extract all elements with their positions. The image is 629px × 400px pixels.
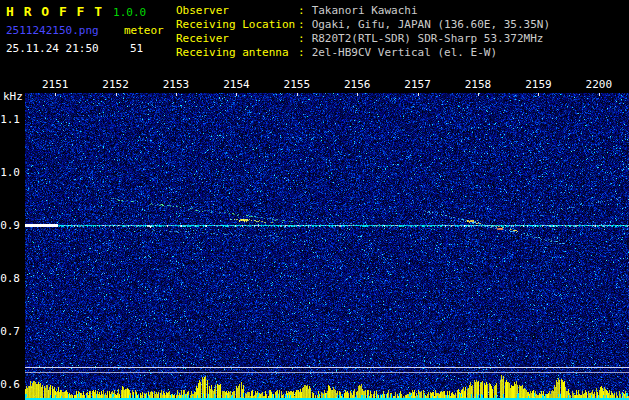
- info-value: Takanori Kawachi: [312, 4, 418, 18]
- echo-counter: 51: [130, 42, 143, 55]
- info-value: R820T2(RTL-SDR) SDR-Sharp 53.372MHz: [312, 32, 544, 46]
- freq-label-1.1: 1.1: [0, 113, 20, 126]
- time-label-2153: 2153: [163, 78, 190, 91]
- info-row-1: Receiving Location:Ogaki, Gifu, JAPAN (1…: [176, 18, 550, 32]
- time-label-2152: 2152: [102, 78, 129, 91]
- hrofft-output: { "header": { "app_name": "H R O F F T",…: [0, 0, 629, 400]
- info-row-2: Receiver:R820T2(RTL-SDR) SDR-Sharp 53.37…: [176, 32, 550, 46]
- info-label: Receiving Location: [176, 18, 298, 32]
- info-colon: :: [298, 18, 305, 32]
- datetime-label: 25.11.24 21:50: [6, 42, 130, 55]
- freq-label-0.6: 0.6: [0, 378, 20, 391]
- time-label-2157: 2157: [404, 78, 431, 91]
- time-label-2156: 2156: [344, 78, 371, 91]
- spectrogram-canvas: [25, 93, 629, 400]
- info-label: Observer: [176, 4, 298, 18]
- time-axis: 2151215221532154215521562157215821592200: [25, 78, 629, 91]
- info-colon: :: [298, 4, 305, 18]
- time-label-2158: 2158: [465, 78, 492, 91]
- info-value: Ogaki, Gifu, JAPAN (136.60E, 35.35N): [312, 18, 550, 32]
- info-row-3: Receiving antenna:2el-HB9CV Vertical (el…: [176, 46, 550, 60]
- file-row: 2511242150.png meteor: [6, 24, 172, 37]
- info-row-0: Observer:Takanori Kawachi: [176, 4, 550, 18]
- time-label-2151: 2151: [42, 78, 69, 91]
- time-label-2159: 2159: [525, 78, 552, 91]
- info-colon: :: [298, 32, 305, 46]
- freq-unit-label: kHz: [3, 90, 23, 103]
- title-row: H R O F F T 1.0.0: [6, 4, 172, 19]
- info-label: Receiving antenna: [176, 46, 298, 60]
- freq-axis: kHz 1.11.00.90.80.70.6: [0, 0, 24, 400]
- freq-label-1.0: 1.0: [0, 166, 20, 179]
- app-version: 1.0.0: [113, 6, 146, 19]
- station-info-panel: Observer:Takanori KawachiReceiving Locat…: [176, 4, 550, 60]
- time-label-2154: 2154: [223, 78, 250, 91]
- freq-label-0.8: 0.8: [0, 272, 20, 285]
- freq-label-0.7: 0.7: [0, 325, 20, 338]
- info-value: 2el-HB9CV Vertical (el. E-W): [312, 46, 497, 60]
- freq-label-0.9: 0.9: [0, 219, 20, 232]
- mode-label: meteor: [124, 24, 164, 37]
- time-label-2200: 2200: [586, 78, 613, 91]
- info-colon: :: [298, 46, 305, 60]
- header-left: H R O F F T 1.0.0 2511242150.png meteor …: [6, 4, 172, 60]
- info-label: Receiver: [176, 32, 298, 46]
- time-label-2155: 2155: [284, 78, 311, 91]
- date-row: 25.11.24 21:50 51: [6, 42, 172, 55]
